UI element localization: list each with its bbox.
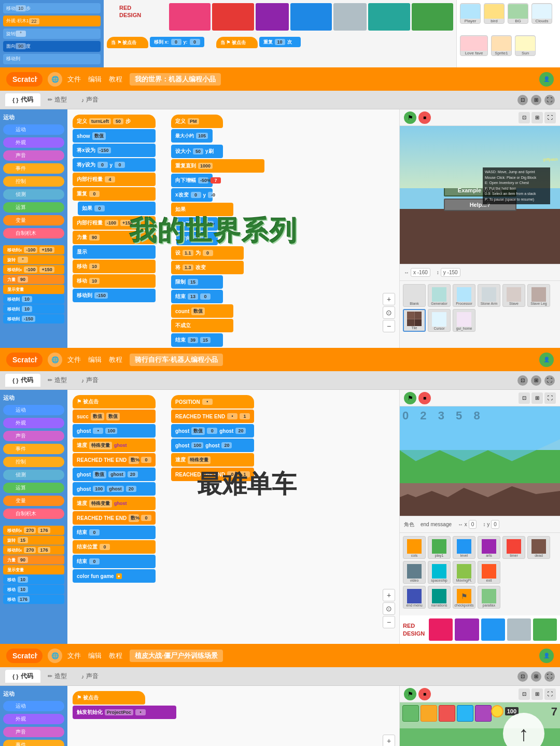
fullscreen-btn-2[interactable]: ⛶	[544, 375, 555, 386]
scripts-area-2[interactable]: ⚑ 被点击 succ 数值 数值 ghost • 100 速度 特殊变量 gho…	[67, 390, 399, 644]
sp2-parallax[interactable]: parallax	[478, 586, 500, 609]
tab-code-2[interactable]: { } 代码	[5, 374, 40, 387]
stage-n-3[interactable]: ⊞	[531, 688, 543, 700]
fullscreen-btn-1[interactable]: ⛶	[544, 95, 555, 105]
cat-sound-1[interactable]: 声音	[3, 150, 64, 161]
green-flag-2[interactable]: ⚑	[404, 392, 416, 404]
stage-normal-btn-1[interactable]: ⊞	[531, 112, 543, 123]
globe-icon-3[interactable]: 🌐	[48, 649, 62, 663]
cat-sound-2[interactable]: 声音	[3, 431, 64, 441]
project-title-3[interactable]: 植皮大战·僵尸户外训练场景	[130, 650, 223, 662]
menu-tutorials-2[interactable]: 教程	[109, 355, 122, 364]
sp2-arts[interactable]: arts	[478, 536, 500, 559]
sp-stave-leg[interactable]: Stave Leg	[527, 284, 550, 307]
sp2-timer[interactable]: timer	[502, 536, 525, 559]
cat-operators-2[interactable]: 运算	[3, 483, 64, 493]
stage-full-btn-1[interactable]: ⛶	[544, 112, 556, 123]
minimize-btn-2[interactable]: ⊡	[517, 375, 528, 386]
menu-edit-3[interactable]: 编辑	[88, 651, 102, 660]
cat-variables-1[interactable]: 变量	[3, 215, 64, 226]
menu-file-3[interactable]: 文件	[67, 651, 81, 660]
sp2-play[interactable]: play1	[428, 536, 451, 559]
stage-n-2[interactable]: ⊞	[531, 392, 543, 404]
sprite-thumb-clouds[interactable]: Clouds	[531, 3, 552, 24]
scripts-area-1[interactable]: 定义 turnLeft 50 步 show 数值 将x设为 -150 将y设为 …	[67, 109, 399, 348]
zoom-fit-btn-1[interactable]: ⊙	[383, 306, 395, 319]
sp-gui-home[interactable]: gui_home	[453, 309, 475, 332]
sp2-narrations[interactable]: narrations	[428, 586, 451, 609]
arrow-up-circle[interactable]: ↑	[503, 713, 544, 746]
maximize-btn-2[interactable]: ⊞	[531, 375, 541, 386]
sprite-thumb-player[interactable]: Player	[460, 3, 481, 24]
menu-edit-1[interactable]: 编辑	[88, 75, 102, 84]
globe-icon-2[interactable]: 🌐	[48, 353, 62, 367]
menu-file-2[interactable]: 文件	[67, 355, 81, 364]
sp2-endmenu[interactable]: end menu	[403, 586, 426, 609]
tab-costumes-3[interactable]: ✏ 造型	[40, 670, 74, 683]
stage-s-3[interactable]: ⊡	[519, 688, 530, 700]
globe-icon-1[interactable]: 🌐	[48, 72, 62, 87]
sprite-thumb-bg[interactable]: BG	[508, 3, 528, 24]
stage-f-2[interactable]: ⛶	[544, 392, 556, 404]
sp-blank[interactable]: Blank	[403, 284, 426, 307]
stop-btn-1[interactable]: ■	[418, 111, 431, 124]
menu-tutorials-3[interactable]: 教程	[109, 651, 122, 660]
project-title-2[interactable]: 骑行自行车·机器人编程小品	[130, 354, 223, 366]
zoom-out-btn-1[interactable]: −	[383, 320, 395, 332]
sp2-spaceship[interactable]: spaceship	[428, 561, 451, 584]
minimize-btn-3[interactable]: ⊡	[517, 671, 528, 682]
user-avatar-1[interactable]: 👤	[539, 72, 554, 87]
tab-sounds-1[interactable]: ♪ 声音	[74, 93, 106, 106]
zoom-in-btn-2[interactable]: +	[383, 589, 395, 601]
sp2-video[interactable]: video	[403, 561, 426, 584]
tab-sounds-3[interactable]: ♪ 声音	[74, 670, 106, 683]
tab-costumes-2[interactable]: ✏ 造型	[40, 374, 74, 387]
cat-looks-3[interactable]: 外观	[3, 714, 64, 724]
cat-control-2[interactable]: 控制	[3, 457, 64, 467]
tab-code-3[interactable]: { } 代码	[5, 670, 40, 683]
tab-costumes-1[interactable]: ✏ 造型	[40, 93, 74, 106]
sp-tile[interactable]: Tile	[403, 309, 426, 332]
stage-s-2[interactable]: ⊡	[519, 392, 530, 404]
sp-cursor[interactable]: Cursor	[428, 309, 451, 332]
sp-stave[interactable]: Stave	[502, 284, 525, 307]
green-flag-3[interactable]: ⚑	[404, 688, 416, 700]
cat-motion-3[interactable]: 运动	[3, 701, 64, 711]
project-title-1[interactable]: 我的世界：机器人编程小品	[130, 73, 221, 86]
stage-small-btn-1[interactable]: ⊡	[519, 112, 530, 123]
green-flag-1[interactable]: ⚑	[404, 111, 416, 124]
user-avatar-2[interactable]: 👤	[539, 353, 554, 367]
sp-processor[interactable]: Processor	[453, 284, 475, 307]
cat-looks-1[interactable]: 外观	[3, 137, 64, 148]
cat-events-1[interactable]: 事件	[3, 163, 64, 174]
cat-control-1[interactable]: 控制	[3, 176, 64, 187]
cat-events-2[interactable]: 事件	[3, 444, 64, 454]
tab-sounds-2[interactable]: ♪ 声音	[74, 374, 106, 387]
sprite-thumb-sprite1[interactable]: Sprite1	[491, 35, 512, 56]
stop-btn-2[interactable]: ■	[418, 392, 431, 404]
zoom-fit-btn-2[interactable]: ⊙	[383, 602, 395, 615]
cat-motion-1[interactable]: 运动	[3, 124, 64, 135]
cat-looks-2[interactable]: 外观	[3, 418, 64, 428]
sprite-thumb-sun[interactable]: Sun	[515, 35, 536, 56]
cat-operators-1[interactable]: 运算	[3, 202, 64, 213]
sp-generator[interactable]: Generator	[428, 284, 451, 307]
sprite-thumb-love[interactable]: Love fave	[460, 35, 488, 56]
stop-btn-3[interactable]: ■	[418, 688, 431, 700]
tab-code-1[interactable]: { } 代码	[5, 93, 40, 106]
zoom-out-btn-2[interactable]: −	[383, 616, 395, 628]
fullscreen-btn-3[interactable]: ⛶	[544, 671, 555, 682]
maximize-btn-3[interactable]: ⊞	[531, 671, 541, 682]
cat-myblocks-1[interactable]: 自制积木	[3, 228, 64, 238]
cat-sensing-2[interactable]: 侦测	[3, 470, 64, 480]
cat-motion-2[interactable]: 运动	[3, 405, 64, 415]
sp2-checkpoints[interactable]: ⚑ checkpoints	[453, 586, 475, 609]
cat-events-3[interactable]: 事件	[3, 740, 64, 746]
cat-sound-3[interactable]: 声音	[3, 727, 64, 737]
cat-sensing-1[interactable]: 侦测	[3, 189, 64, 200]
zoom-in-btn-1[interactable]: +	[383, 293, 395, 305]
scripts-area-3[interactable]: ⚑ 被点击 触发初始化 ProjectPoc • + ⊙ −	[67, 686, 399, 746]
sp2-exit[interactable]: exit	[478, 561, 500, 584]
stage-f-3[interactable]: ⛶	[544, 688, 556, 700]
maximize-btn-1[interactable]: ⊞	[531, 95, 541, 105]
